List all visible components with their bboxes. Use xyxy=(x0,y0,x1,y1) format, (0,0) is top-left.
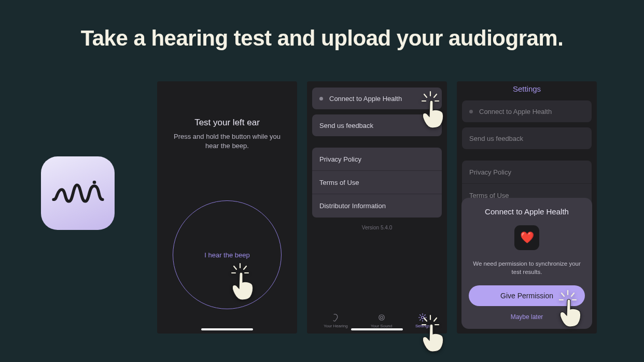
svg-point-0 xyxy=(92,181,96,184)
feedback-row[interactable]: Send us feedback xyxy=(312,114,442,136)
mimi-logo-icon xyxy=(51,178,105,209)
version-label: Version 5.4.0 xyxy=(307,225,447,230)
status-dot-icon xyxy=(469,110,473,113)
give-permission-button[interactable]: Give Permission xyxy=(469,285,585,306)
screenshot-settings: Connect to Apple Health Send us feedback… xyxy=(307,81,447,334)
svg-point-6 xyxy=(380,316,383,318)
settings-title: Settings xyxy=(457,81,597,93)
heart-icon: ❤️ xyxy=(520,231,534,244)
terms-of-use-row[interactable]: Terms of Use xyxy=(312,171,442,194)
ear-icon xyxy=(331,313,340,322)
tab-your-hearing[interactable]: Your Hearing xyxy=(324,313,347,328)
feedback-label: Send us feedback xyxy=(319,122,373,129)
test-ear-subtitle: Press and hold the button while you hear… xyxy=(169,132,286,151)
connect-apple-health-row-dim: Connect to Apple Health xyxy=(462,100,592,122)
screenshot-hearing-test: Test your left ear Press and hold the bu… xyxy=(157,81,297,334)
modal-title: Connect to Apple Health xyxy=(469,207,585,216)
hear-beep-button[interactable]: I hear the beep xyxy=(173,200,282,309)
connect-apple-health-row[interactable]: Connect to Apple Health xyxy=(312,88,442,109)
health-app-icon: ❤️ xyxy=(514,225,539,250)
modal-description: We need permission to synchronize your t… xyxy=(469,259,585,276)
legal-section: Privacy Policy Terms of Use Distributor … xyxy=(312,148,442,218)
distributor-info-row[interactable]: Distributor Information xyxy=(312,194,442,218)
tab-settings[interactable]: Settings xyxy=(415,313,430,328)
home-indicator xyxy=(351,328,403,330)
app-icon xyxy=(41,156,115,230)
tab-your-sound[interactable]: Your Sound xyxy=(371,313,393,328)
privacy-policy-row[interactable]: Privacy Policy xyxy=(312,148,442,171)
hear-beep-label: I hear the beep xyxy=(204,251,249,259)
gear-icon xyxy=(418,313,427,322)
maybe-later-button[interactable]: Maybe later xyxy=(469,313,585,321)
status-dot-icon xyxy=(319,97,323,100)
apple-health-modal: Connect to Apple Health ❤️ We need permi… xyxy=(461,198,592,329)
feedback-row-dim: Send us feedback xyxy=(462,127,592,149)
screenshot-permission-modal: Settings Connect to Apple Health Send us… xyxy=(457,81,597,334)
page-headline: Take a hearing test and upload your audi… xyxy=(0,26,644,51)
home-indicator xyxy=(201,328,253,330)
sound-icon xyxy=(377,313,386,322)
tab-sound-label: Your Sound xyxy=(371,324,393,328)
svg-point-8 xyxy=(422,316,424,318)
tab-hearing-label: Your Hearing xyxy=(324,324,347,328)
tab-settings-label: Settings xyxy=(415,324,430,328)
test-ear-title: Test your left ear xyxy=(157,118,297,128)
svg-point-7 xyxy=(379,314,384,320)
connect-label: Connect to Apple Health xyxy=(329,95,402,103)
